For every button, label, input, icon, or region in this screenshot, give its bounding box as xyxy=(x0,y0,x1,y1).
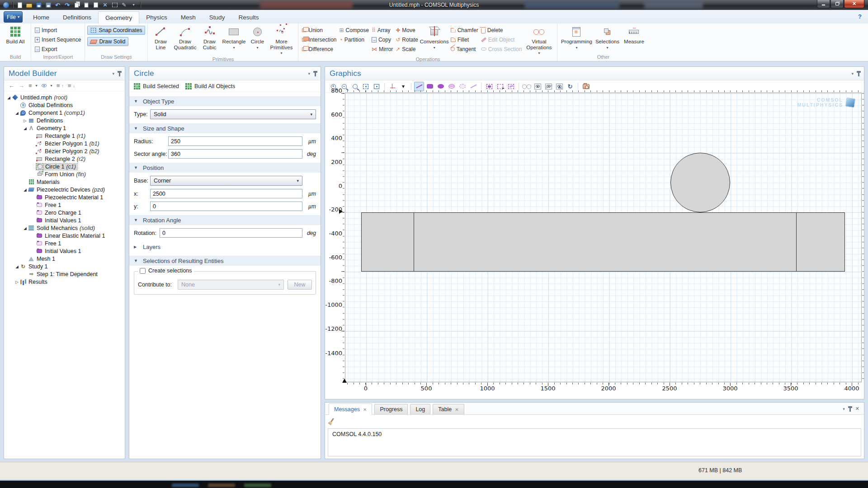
tab-physics[interactable]: Physics xyxy=(139,11,174,23)
partition-button[interactable]: ◔Partition xyxy=(338,35,370,44)
tree-item-definitions[interactable]: ▷Definitions xyxy=(4,117,125,124)
fillet-button[interactable]: Fillet xyxy=(449,35,480,44)
contribute-to-select[interactable]: None▾ xyxy=(178,280,284,290)
pin-icon[interactable] xyxy=(315,73,316,76)
tab-geometry[interactable]: Geometry xyxy=(98,11,139,23)
tab-log[interactable]: Log xyxy=(410,404,430,414)
tree-item-initial-values1[interactable]: Initial Values 1 xyxy=(4,216,125,224)
sketch-icon[interactable]: ✎ xyxy=(120,1,128,9)
tree-item-piezoelectric-devices[interactable]: ◢Piezoelectric Devices(pzd) xyxy=(4,186,125,193)
new-file-icon[interactable] xyxy=(16,1,24,9)
tree-item-form-union[interactable]: Form Union(fin) xyxy=(4,170,125,178)
forward-icon[interactable]: → xyxy=(19,82,24,89)
panel-menu-icon[interactable]: ▾ xyxy=(843,407,845,411)
file-menu-button[interactable]: File ▾ xyxy=(4,11,23,23)
compose-button[interactable]: ⊞Compose xyxy=(338,26,370,34)
expand-arrow-icon[interactable]: ◢ xyxy=(22,226,28,230)
redo-icon[interactable]: ↷ xyxy=(63,1,71,9)
select-box-mode-icon[interactable] xyxy=(484,82,494,91)
import-button[interactable]: ←Import xyxy=(33,26,82,34)
draw-line-button[interactable]: Draw Line xyxy=(150,24,171,50)
section-selections-of-resulting-entities[interactable]: ▼Selections of Resulting Entities xyxy=(129,256,321,266)
select-edges-icon[interactable] xyxy=(447,82,457,91)
show-selection-colors-icon[interactable] xyxy=(554,82,564,91)
tab-messages[interactable]: Messages✕ xyxy=(329,404,372,415)
build-all-objects-button[interactable]: Build All Objects xyxy=(185,83,235,89)
circle-button[interactable]: Circle▾ xyxy=(248,24,267,51)
expand-arrow-icon[interactable]: ◢ xyxy=(6,95,12,100)
view-hidden-icon[interactable] xyxy=(543,82,553,91)
zoom-box-icon[interactable] xyxy=(350,82,360,91)
node-view-icon[interactable]: ≡ xyxy=(28,82,32,89)
restore-button[interactable] xyxy=(830,0,844,8)
section-size-and-shape[interactable]: ▼Size and Shape xyxy=(129,123,321,133)
select-points-icon[interactable] xyxy=(458,82,467,91)
chamfer-button[interactable]: Chamfer xyxy=(449,26,480,34)
image-snapshot-icon[interactable] xyxy=(581,82,591,91)
tab-mesh[interactable]: Mesh xyxy=(174,11,203,23)
conversions-button[interactable]: Conversions▾ xyxy=(420,24,449,51)
clear-messages-icon[interactable] xyxy=(330,418,334,423)
select-boundaries-icon[interactable] xyxy=(436,82,446,91)
select-brush-icon[interactable] xyxy=(506,82,516,91)
sector-angle-input[interactable] xyxy=(168,149,302,159)
section-position[interactable]: ▼Position xyxy=(129,163,321,173)
tangent-button[interactable]: Tangent xyxy=(449,45,480,53)
tree-item-rectangle2[interactable]: Rectangle 2(r2) xyxy=(4,155,125,163)
expand-all-icon[interactable]: ≡ xyxy=(68,82,71,89)
tree-item-geometry1[interactable]: ◢ΛGeometry 1 xyxy=(4,124,125,132)
tree-item-linear-elastic-material1[interactable]: Linear Elastic Material 1 xyxy=(4,232,125,239)
tree-item-initial-values1-solid[interactable]: Initial Values 1 xyxy=(4,247,125,255)
create-selections-checkbox[interactable] xyxy=(140,268,146,274)
close-button[interactable]: ✕ xyxy=(844,0,864,8)
close-tab-icon[interactable]: ✕ xyxy=(363,407,367,412)
expand-arrow-icon[interactable]: ◢ xyxy=(22,126,28,131)
help-button[interactable]: ? xyxy=(856,13,863,20)
caret-down-icon[interactable]: ▾ xyxy=(36,84,38,88)
array-button[interactable]: ⠿Array xyxy=(370,26,394,34)
expand-arrow-icon[interactable]: ◢ xyxy=(14,111,20,115)
tree-item-solid-mechanics[interactable]: ◢Solid Mechanics(solid) xyxy=(4,224,125,232)
export-button[interactable]: →Export xyxy=(33,45,82,53)
collapse-all-icon[interactable]: ≡ xyxy=(57,82,60,89)
draw-solid-toggle[interactable]: Draw Solid xyxy=(87,37,128,46)
copy-icon[interactable] xyxy=(73,1,80,9)
tree-item-bezier-polygon2[interactable]: ∿Bézier Polygon 2(b2) xyxy=(4,147,125,155)
paste-icon[interactable] xyxy=(82,1,90,9)
deselect-icon[interactable] xyxy=(468,82,478,91)
build-all-button[interactable]: Build All xyxy=(2,24,28,45)
plot-area[interactable]: COMSOLMULTIPHYSICS xyxy=(345,93,862,382)
tab-results[interactable]: Results xyxy=(231,11,265,23)
expand-arrow-icon[interactable]: ◢ xyxy=(22,188,28,192)
caret-down-icon[interactable]: ▾ xyxy=(51,84,52,88)
tree-item-component1[interactable]: ◢ΩComponent 1(comp1) xyxy=(4,109,125,117)
section-layers[interactable]: ▶Layers xyxy=(129,242,321,252)
tree-item-rectangle1[interactable]: Rectangle 1(r1) xyxy=(4,132,125,140)
tree-item-zero-charge1[interactable]: Zero Charge 1 xyxy=(4,209,125,216)
build-selected-button[interactable]: Build Selected xyxy=(134,83,179,89)
insert-sequence-button[interactable]: +Insert Sequence xyxy=(33,35,82,44)
view-unhidden-icon[interactable] xyxy=(533,82,542,91)
close-panel-icon[interactable]: ✕ xyxy=(855,406,859,412)
tab-home[interactable]: Home xyxy=(26,11,56,23)
draw-quadratic-button[interactable]: Draw Quadratic xyxy=(171,24,199,50)
tree-item-root[interactable]: ◢Untitled.mph(root) xyxy=(4,94,125,101)
new-selection-button[interactable]: New xyxy=(288,280,312,290)
union-button[interactable]: Union xyxy=(301,26,338,34)
scale-button[interactable]: ↗Scale xyxy=(394,45,419,53)
collapse-arrow-icon[interactable]: ▷ xyxy=(14,280,20,284)
pin-icon[interactable] xyxy=(858,73,859,76)
delete-object-button[interactable]: Delete xyxy=(480,26,524,34)
tree-item-piezoelectric-material1[interactable]: Piezoelectric Material 1 xyxy=(4,193,125,201)
tree-item-step1-time-dependent[interactable]: ⇒Step 1: Time Dependent xyxy=(4,270,125,278)
cross-section-button[interactable]: Cross Section xyxy=(480,45,524,53)
copy-button[interactable]: →Copy xyxy=(370,35,394,44)
tree-item-bezier-polygon1[interactable]: ∿Bézier Polygon 1(b1) xyxy=(4,140,125,147)
rectangle-button[interactable]: Rectangle▾ xyxy=(220,24,248,51)
geometry-circle[interactable] xyxy=(670,153,730,212)
close-tab-icon[interactable]: ✕ xyxy=(455,407,458,412)
tree-item-study1[interactable]: ◢↻Study 1 xyxy=(4,263,125,270)
zoom-selected-icon[interactable] xyxy=(372,82,382,91)
difference-button[interactable]: Difference xyxy=(301,45,338,53)
tree-item-results[interactable]: ▷Results xyxy=(4,278,125,286)
